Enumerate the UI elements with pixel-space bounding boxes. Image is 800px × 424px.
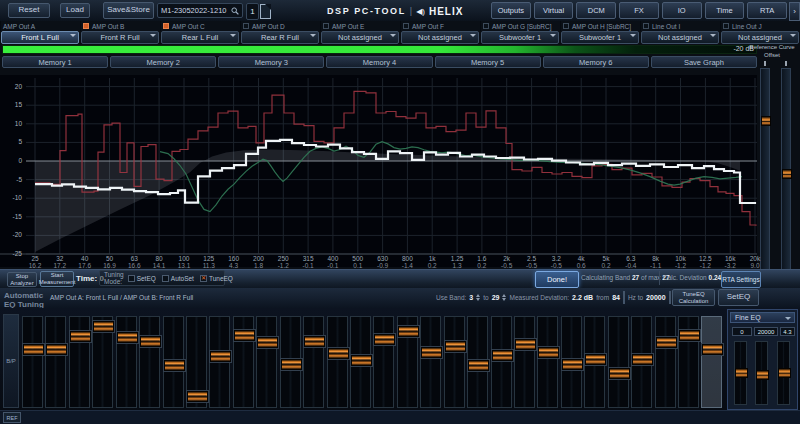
- save-store-button[interactable]: Save&Store: [103, 2, 154, 19]
- eq-band-slider-290[interactable]: [303, 316, 324, 408]
- fine-eq-value-db[interactable]: 0: [732, 327, 752, 336]
- eq-band-handle[interactable]: [328, 348, 349, 359]
- eq-band-handle[interactable]: [140, 336, 161, 347]
- freq-to-spinner[interactable]: [669, 291, 671, 304]
- measurement-curve-offset-slider[interactable]: [781, 68, 791, 290]
- eq-band-slider-217[interactable]: [256, 316, 277, 408]
- eq-band-handle[interactable]: [46, 344, 67, 355]
- eq-band-slider-561[interactable]: [420, 316, 441, 408]
- eq-band-handle[interactable]: [562, 359, 583, 370]
- amp-output-checkbox[interactable]: [163, 23, 169, 29]
- fine-eq-slider-hz[interactable]: [755, 341, 768, 405]
- eq-band-slider-3k3[interactable]: [514, 316, 535, 408]
- done-button[interactable]: Done!: [535, 271, 579, 288]
- reset-button[interactable]: Reset: [8, 3, 50, 18]
- rta-settings-button[interactable]: RTA Settings: [721, 271, 761, 288]
- freq-from-spinner[interactable]: [623, 291, 625, 304]
- eq-band-slider-12k4[interactable]: [608, 316, 629, 408]
- eq-band-slider-356[interactable]: [350, 316, 371, 408]
- eq-band-slider-388[interactable]: [373, 316, 394, 408]
- nav-button-virtual[interactable]: Virtual: [534, 2, 574, 19]
- use-band-to-spinner[interactable]: [502, 294, 506, 301]
- eq-band-slider-1k8[interactable]: [491, 316, 512, 408]
- preset-number-field[interactable]: 1: [246, 3, 259, 20]
- eq-band-slider-121[interactable]: [163, 316, 184, 408]
- eq-band-handle[interactable]: [445, 341, 466, 352]
- eq-band-handle[interactable]: [585, 354, 606, 365]
- fine-eq-handle[interactable]: [756, 370, 769, 380]
- channel-select-button[interactable]: Subwoofer 1: [481, 31, 559, 44]
- channel-select-button[interactable]: Front L Full: [1, 31, 79, 44]
- eq-band-slider-136[interactable]: [186, 316, 207, 408]
- eq-band-slider-64[interactable]: [69, 316, 90, 408]
- eq-band-handle[interactable]: [632, 354, 653, 365]
- eq-band-slider-161[interactable]: [209, 316, 230, 408]
- eq-band-handle[interactable]: [609, 368, 630, 379]
- tuning-option-autoset[interactable]: AutoSet: [162, 275, 194, 282]
- eq-band-slider-324[interactable]: [327, 316, 348, 408]
- eq-band-handle[interactable]: [515, 339, 536, 350]
- nav-button-dcm[interactable]: DCM: [576, 2, 616, 19]
- fine-eq-handle[interactable]: [778, 368, 791, 378]
- nav-button-time[interactable]: Time: [705, 2, 745, 19]
- preset-file-icon[interactable]: [260, 4, 271, 19]
- eq-band-handle[interactable]: [234, 330, 255, 341]
- eq-band-handle[interactable]: [656, 337, 677, 348]
- eq-band-slider-7k2[interactable]: [584, 316, 605, 408]
- tuning-option-seteq[interactable]: SetEQ: [128, 275, 156, 282]
- memory-button-4[interactable]: Memory 4: [326, 56, 432, 68]
- save-graph-button[interactable]: Save Graph: [651, 56, 757, 68]
- channel-select-button[interactable]: Not assigned: [401, 31, 479, 44]
- eq-band-slider-243[interactable]: [280, 316, 301, 408]
- eq-band-handle[interactable]: [93, 321, 114, 332]
- use-band-from-spinner[interactable]: [476, 294, 480, 301]
- eq-band-slider-4k4[interactable]: [537, 316, 558, 408]
- amp-output-checkbox[interactable]: [563, 23, 569, 29]
- search-icon[interactable]: [231, 7, 239, 15]
- eq-band-slider-6k[interactable]: [561, 316, 582, 408]
- amp-output-checkbox[interactable]: [643, 23, 649, 29]
- eq-band-handle[interactable]: [23, 344, 44, 355]
- fine-eq-slider-db[interactable]: [734, 341, 747, 405]
- memory-button-6[interactable]: Memory 6: [543, 56, 649, 68]
- amp-output-checkbox[interactable]: [323, 23, 329, 29]
- eq-band-handle[interactable]: [281, 359, 302, 370]
- amp-output-checkbox[interactable]: [83, 23, 89, 29]
- nav-button-io[interactable]: IO: [662, 2, 702, 19]
- seteq-button[interactable]: SetEQ: [718, 289, 759, 306]
- amp-output-checkbox[interactable]: [403, 23, 409, 29]
- stop-analyzer-button[interactable]: StopAnalyzer: [7, 272, 37, 287]
- eq-band-slider-20k[interactable]: [701, 316, 722, 408]
- eq-band-handle[interactable]: [492, 350, 513, 361]
- channel-select-button[interactable]: Subwoofer 1: [561, 31, 639, 44]
- memory-button-2[interactable]: Memory 2: [110, 56, 216, 68]
- eq-band-handle[interactable]: [351, 355, 372, 366]
- fine-eq-slider-q[interactable]: [777, 341, 790, 405]
- eq-band-slider-84[interactable]: [92, 316, 113, 408]
- eq-band-slider-25[interactable]: [22, 316, 43, 408]
- reference-offset-handle[interactable]: [761, 116, 771, 126]
- channel-select-button[interactable]: Rear L Full: [161, 31, 239, 44]
- eq-band-slider-17k5[interactable]: [655, 316, 676, 408]
- memory-button-5[interactable]: Memory 5: [435, 56, 541, 68]
- memory-button-3[interactable]: Memory 3: [218, 56, 324, 68]
- measurement-offset-handle[interactable]: [782, 169, 792, 179]
- fine-eq-value-q[interactable]: 4.3: [780, 327, 795, 336]
- tuning-option-checkbox[interactable]: [128, 275, 135, 282]
- eq-band-handle[interactable]: [468, 360, 489, 371]
- amp-output-checkbox[interactable]: [483, 23, 489, 29]
- nav-overflow-button[interactable]: ›: [789, 2, 800, 21]
- channel-select-button[interactable]: Not assigned: [641, 31, 719, 44]
- eq-band-slider-1k3[interactable]: [467, 316, 488, 408]
- tuning-option-checkbox[interactable]: [162, 275, 169, 282]
- eq-band-handle[interactable]: [257, 337, 278, 348]
- eq-band-slider-14k3[interactable]: [631, 316, 652, 408]
- eq-band-handle[interactable]: [702, 344, 723, 355]
- memory-button-1[interactable]: Memory 1: [2, 56, 108, 68]
- tuning-option-tuneeq[interactable]: ✕TuneEQ: [200, 275, 233, 282]
- eq-band-handle[interactable]: [210, 351, 231, 362]
- eq-band-slider-837[interactable]: [444, 316, 465, 408]
- setup-filename-field[interactable]: M1-23052022-1210: [157, 3, 243, 18]
- eq-ref-button[interactable]: REF: [3, 412, 21, 423]
- eq-band-handle[interactable]: [421, 347, 442, 358]
